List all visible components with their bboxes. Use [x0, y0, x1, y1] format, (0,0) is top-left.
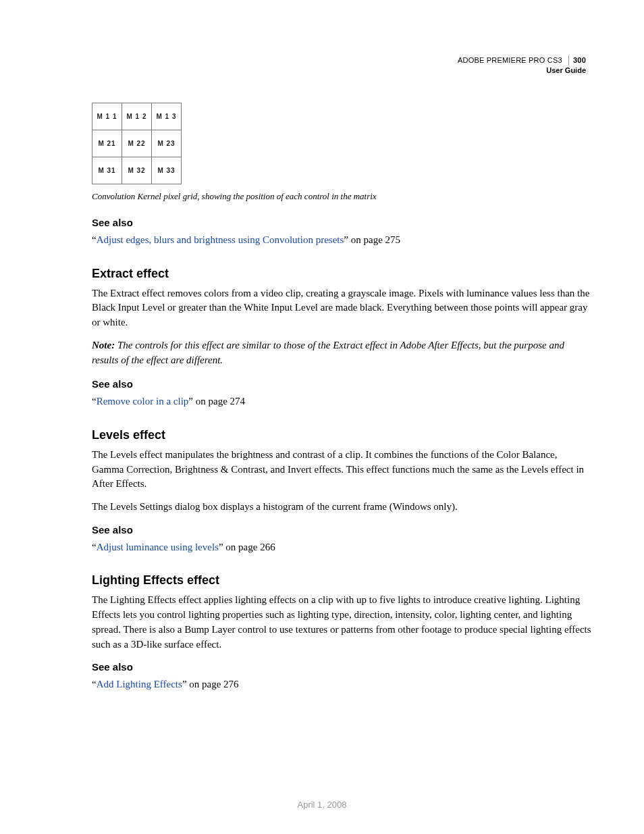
kernel-cell: M 23 — [152, 130, 182, 157]
kernel-cell: M 33 — [152, 157, 182, 184]
body-text: The Levels effect manipulates the bright… — [92, 448, 591, 492]
table-row: M 21 M 22 M 23 — [92, 130, 182, 157]
quote-open: “ — [92, 396, 97, 407]
table-row: M 31 M 32 M 33 — [92, 157, 182, 184]
page-number: 300 — [568, 55, 586, 66]
page: ADOBE PREMIERE PRO CS3 300 User Guide M … — [0, 0, 644, 834]
cross-reference: “Adjust edges, blurs and brightness usin… — [92, 232, 591, 248]
footer-date: April 1, 2008 — [0, 800, 644, 810]
body-text: The Levels Settings dialog box displays … — [92, 500, 591, 515]
section-heading-extract: Extract effect — [92, 267, 591, 281]
note-label: Note: — [92, 340, 115, 350]
see-also-heading: See also — [92, 661, 591, 673]
kernel-cell: M 1 1 — [92, 103, 122, 130]
xref-link-lighting[interactable]: Add Lighting Effects — [97, 679, 182, 689]
cross-reference: “Remove color in a clip” on page 274 — [92, 394, 591, 409]
quote-open: “ — [92, 679, 97, 689]
section-heading-lighting: Lighting Effects effect — [92, 573, 591, 588]
body-text: The Extract effect removes colors from a… — [92, 286, 591, 330]
note-paragraph: Note: The controls for this effect are s… — [92, 338, 591, 368]
quote-open: “ — [92, 542, 97, 552]
cross-reference: “Adjust luminance using levels” on page … — [92, 540, 591, 555]
xref-suffix: on page 276 — [187, 679, 239, 689]
body-text: The Lighting Effects effect applies ligh… — [92, 593, 591, 652]
note-text: The controls for this effect are similar… — [92, 340, 564, 365]
see-also-heading: See also — [92, 378, 591, 390]
xref-suffix: on page 275 — [348, 234, 400, 245]
xref-link-remove-color[interactable]: Remove color in a clip — [97, 396, 189, 407]
kernel-cell: M 32 — [122, 157, 152, 184]
quote-close: ” — [219, 542, 223, 552]
running-header: ADOBE PREMIERE PRO CS3 300 User Guide — [458, 55, 586, 76]
cross-reference: “Add Lighting Effects” on page 276 — [92, 677, 591, 692]
xref-link-convolution[interactable]: Adjust edges, blurs and brightness using… — [97, 234, 344, 245]
quote-close: ” — [182, 679, 187, 689]
kernel-cell: M 1 3 — [152, 103, 182, 130]
section-heading-levels: Levels effect — [92, 428, 591, 442]
kernel-cell: M 1 2 — [122, 103, 152, 130]
figure-caption: Convolution Kernel pixel grid, showing t… — [92, 191, 591, 202]
product-name: ADOBE PREMIERE PRO CS3 — [458, 56, 562, 64]
see-also-heading: See also — [92, 217, 591, 228]
kernel-cell: M 31 — [92, 157, 122, 184]
xref-link-luminance[interactable]: Adjust luminance using levels — [97, 542, 219, 552]
kernel-cell: M 21 — [92, 130, 122, 157]
content-area: M 1 1 M 1 2 M 1 3 M 21 M 22 M 23 M 31 M … — [92, 103, 591, 692]
quote-close: ” — [344, 234, 348, 245]
quote-close: ” — [188, 396, 193, 407]
xref-suffix: on page 266 — [223, 542, 275, 552]
see-also-heading: See also — [92, 524, 591, 536]
xref-suffix: on page 274 — [193, 396, 245, 407]
quote-open: “ — [92, 234, 97, 245]
kernel-grid: M 1 1 M 1 2 M 1 3 M 21 M 22 M 23 M 31 M … — [92, 103, 182, 184]
table-row: M 1 1 M 1 2 M 1 3 — [92, 103, 182, 130]
guide-label: User Guide — [458, 66, 586, 76]
kernel-cell: M 22 — [122, 130, 152, 157]
